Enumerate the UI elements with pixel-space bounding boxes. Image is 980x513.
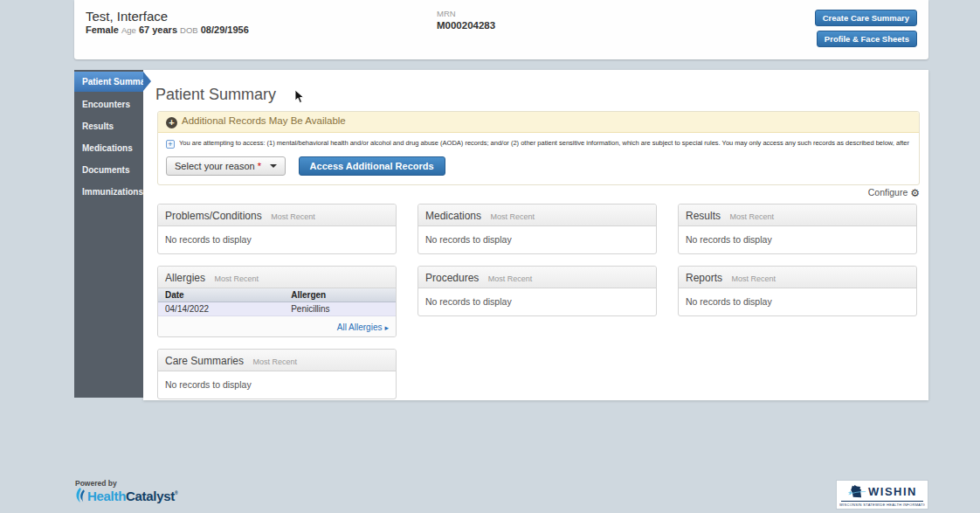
card-subtitle: Most Recent — [252, 357, 297, 366]
page-title: Patient Summary — [155, 86, 276, 104]
configure-link[interactable]: Configure — [868, 187, 920, 199]
card-allergies: Allergies Most Recent Date Allergen 04/1… — [157, 266, 397, 337]
card-procedures: Procedures Most Recent No records to dis… — [418, 266, 657, 316]
patient-age: 67 years — [139, 24, 177, 35]
notice-body: You are attempting to access: (1) mental… — [158, 133, 919, 184]
configure-label: Configure — [868, 187, 908, 198]
wishin-logo-top: WISHIN — [839, 482, 925, 500]
allergies-table-header-row: Date Allergen — [158, 288, 396, 302]
card-header: Care Summaries Most Recent — [158, 350, 396, 371]
column-header-allergen: Allergen — [284, 288, 396, 302]
allergy-date-cell: 04/14/2022 — [158, 302, 284, 316]
card-title: Procedures — [425, 272, 479, 284]
card-empty-text: No records to display — [679, 226, 916, 253]
card-title: Problems/Conditions — [165, 210, 262, 222]
card-title: Reports — [686, 272, 722, 284]
wishin-wordmark: WISHIN — [868, 485, 917, 498]
brand-catalyst: Catalyst — [126, 489, 175, 503]
card-subtitle: Most Recent — [490, 212, 535, 221]
notice-header: Additional Records May Be Available — [158, 112, 919, 133]
mrn-block: MRN M000204283 — [437, 9, 495, 31]
sidebar-item-results[interactable]: Results — [74, 115, 143, 137]
card-empty-text: No records to display — [158, 226, 396, 253]
mrn-value: M000204283 — [437, 20, 495, 31]
card-empty-text: No records to display — [418, 288, 656, 315]
card-problems-conditions: Problems/Conditions Most Recent No recor… — [157, 204, 397, 254]
wishin-divider — [841, 501, 923, 502]
age-label: Age — [121, 25, 136, 35]
mrn-label: MRN — [437, 9, 495, 18]
card-title: Medications — [425, 210, 481, 222]
health-catalyst-logo: HealthCatalyst® — [74, 488, 177, 503]
card-title: Results — [686, 210, 721, 222]
card-header: Procedures Most Recent — [418, 267, 656, 288]
allergies-card-footer: All Allergies — [158, 316, 396, 336]
card-title: Care Summaries — [165, 355, 244, 367]
card-empty-text: No records to display — [158, 371, 396, 399]
gear-icon — [910, 187, 920, 199]
card-reports: Reports Most Recent No records to displa… — [678, 266, 917, 316]
sidebar-item-documents[interactable]: Documents — [74, 159, 143, 181]
reason-dropdown-label: Select your reason — [175, 161, 255, 171]
patient-dob: 08/29/1956 — [201, 24, 249, 35]
sidebar-nav: Patient Summary Encounters Results Medic… — [74, 70, 143, 398]
patient-header: Test, Interface Female Age 67 years DOB … — [74, 0, 928, 59]
sidebar-item-patient-summary[interactable]: Patient Summary — [74, 72, 143, 92]
sidebar-item-encounters[interactable]: Encounters — [74, 94, 143, 115]
create-care-summary-button[interactable]: Create Care Summary — [815, 10, 917, 26]
card-header: Medications Most Recent — [418, 205, 656, 226]
trademark-mark: ® — [175, 490, 177, 496]
card-subtitle: Most Recent — [731, 274, 776, 283]
card-header: Allergies Most Recent — [158, 267, 396, 288]
access-additional-records-button[interactable]: Access Additional Records — [299, 156, 445, 176]
card-results: Results Most Recent No records to displa… — [678, 204, 917, 254]
card-header: Results Most Recent — [679, 205, 916, 226]
notice-controls: Select your reason * Access Additional R… — [166, 156, 911, 176]
additional-records-notice: Additional Records May Be Available You … — [157, 111, 920, 185]
reason-dropdown[interactable]: Select your reason * — [166, 156, 286, 176]
patient-name: Test, Interface — [86, 9, 168, 24]
expand-plus-icon[interactable] — [166, 140, 175, 149]
allergies-table: Date Allergen 04/14/2022 Penicillins — [158, 288, 396, 316]
table-row[interactable]: 04/14/2022 Penicillins — [158, 302, 396, 316]
powered-by-label: Powered by — [75, 479, 117, 488]
card-medications: Medications Most Recent No records to di… — [418, 204, 657, 254]
chevron-down-icon — [270, 164, 277, 168]
card-title: Allergies — [165, 272, 205, 284]
notice-header-text: Additional Records May Be Available — [182, 115, 346, 126]
brand-text: HealthCatalyst® — [87, 489, 177, 503]
card-empty-text: No records to display — [679, 288, 916, 315]
wisconsin-state-icon — [847, 484, 866, 499]
card-care-summaries: Care Summaries Most Recent No records to… — [157, 349, 397, 399]
card-subtitle: Most Recent — [729, 212, 774, 221]
sidebar-item-immunizations[interactable]: Immunizations — [74, 181, 143, 203]
card-subtitle: Most Recent — [271, 212, 315, 221]
profile-face-sheets-button[interactable]: Profile & Face Sheets — [817, 31, 917, 47]
all-allergies-link[interactable]: All Allergies — [337, 322, 389, 332]
wishin-logo: WISHIN WISCONSIN STATEWIDE HEALTH INFORM… — [836, 480, 928, 510]
column-header-date: Date — [158, 288, 284, 302]
flame-icon — [74, 488, 86, 503]
patient-demographics: Female Age 67 years DOB 08/29/1956 — [86, 24, 249, 35]
card-subtitle: Most Recent — [488, 274, 533, 283]
required-asterisk: * — [258, 161, 261, 171]
card-subtitle: Most Recent — [214, 274, 259, 283]
brand-health: Health — [87, 489, 126, 503]
card-empty-text: No records to display — [418, 226, 656, 253]
dob-label: DOB — [180, 25, 198, 35]
patient-sex: Female — [86, 24, 119, 35]
mouse-cursor-icon — [294, 89, 305, 105]
sidebar-item-medications[interactable]: Medications — [74, 137, 143, 159]
main-panel: Patient Summary Additional Records May B… — [143, 70, 928, 400]
summary-cards-grid: Problems/Conditions Most Recent No recor… — [157, 204, 917, 399]
card-header: Problems/Conditions Most Recent — [158, 205, 396, 226]
notice-sentence: You are attempting to access: (1) mental… — [166, 139, 911, 149]
notice-sentence-text: You are attempting to access: (1) mental… — [179, 139, 909, 147]
plus-circle-icon — [166, 117, 177, 128]
wishin-tagline: WISCONSIN STATEWIDE HEALTH INFORMATION N… — [839, 503, 925, 507]
allergy-name-cell: Penicillins — [284, 302, 396, 316]
app-root: { "patient_header": { "name": "Test, Int… — [0, 0, 980, 513]
card-header: Reports Most Recent — [679, 267, 916, 288]
